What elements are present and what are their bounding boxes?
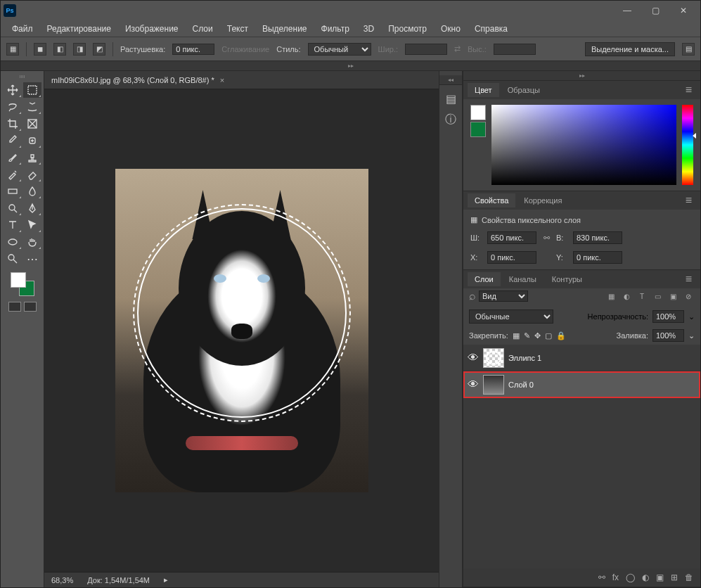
tab-close-icon[interactable]: × bbox=[220, 76, 224, 84]
menu-image[interactable]: Изображение bbox=[120, 23, 184, 35]
filter-pixel-icon[interactable]: ▦ bbox=[605, 290, 617, 302]
tab-properties[interactable]: Свойства bbox=[468, 193, 515, 207]
history-panel-icon[interactable]: ▤ bbox=[443, 91, 458, 106]
lasso-tool[interactable] bbox=[4, 99, 22, 115]
tab-color[interactable]: Цвет bbox=[468, 83, 499, 97]
lock-pixels-icon[interactable]: ✎ bbox=[524, 331, 530, 340]
toolbox-grip[interactable] bbox=[12, 75, 33, 79]
height-input[interactable] bbox=[573, 231, 622, 244]
options-menu-icon[interactable]: ▤ bbox=[682, 43, 695, 56]
lock-all-icon[interactable]: 🔒 bbox=[556, 331, 566, 340]
layer-name[interactable]: Слой 0 bbox=[508, 381, 534, 389]
menu-help[interactable]: Справка bbox=[469, 23, 513, 35]
blur-tool[interactable] bbox=[23, 184, 41, 199]
panel-menu-icon[interactable]: ≡ bbox=[681, 273, 696, 286]
tab-paths[interactable]: Контуры bbox=[545, 272, 589, 286]
stamp-tool[interactable] bbox=[23, 150, 41, 165]
layer-filter-type[interactable]: Вид bbox=[479, 290, 528, 302]
panel-menu-icon[interactable]: ≡ bbox=[681, 194, 696, 207]
close-button[interactable]: ✕ bbox=[669, 3, 697, 18]
marquee-tool[interactable] bbox=[23, 82, 41, 98]
fg-bg-colors[interactable] bbox=[11, 272, 34, 296]
style-select[interactable]: Обычный bbox=[308, 43, 371, 56]
menu-file[interactable]: Файл bbox=[6, 23, 39, 35]
maximize-button[interactable]: ▢ bbox=[641, 3, 669, 18]
layer-row[interactable]: 👁 Слой 0 bbox=[463, 371, 700, 398]
menu-text[interactable]: Текст bbox=[221, 23, 254, 35]
filter-shape-icon[interactable]: ▭ bbox=[651, 290, 664, 302]
gradient-tool[interactable] bbox=[4, 184, 22, 199]
fg-color-swatch[interactable] bbox=[11, 272, 26, 288]
crop-tool[interactable] bbox=[4, 116, 22, 132]
history-brush-tool[interactable] bbox=[4, 167, 22, 182]
menu-select[interactable]: Выделение bbox=[257, 23, 313, 35]
hue-slider[interactable] bbox=[682, 105, 693, 185]
lock-transparency-icon[interactable]: ▦ bbox=[513, 331, 520, 340]
hand-tool[interactable] bbox=[23, 234, 41, 250]
type-tool[interactable] bbox=[4, 217, 22, 233]
minimize-button[interactable]: — bbox=[613, 3, 641, 18]
sel-subtract-icon[interactable]: ◨ bbox=[73, 43, 86, 56]
menu-view[interactable]: Просмотр bbox=[382, 23, 432, 35]
tab-swatches[interactable]: Образцы bbox=[501, 83, 547, 97]
menu-filter[interactable]: Фильтр bbox=[316, 23, 355, 35]
quick-select-tool[interactable] bbox=[23, 99, 41, 115]
filter-type-icon[interactable]: T bbox=[636, 290, 648, 302]
zoom-tool[interactable] bbox=[4, 251, 22, 267]
lock-artboard-icon[interactable]: ▢ bbox=[545, 331, 552, 340]
x-input[interactable] bbox=[487, 251, 536, 264]
panels-collapse[interactable]: ▸▸ bbox=[463, 71, 700, 81]
layer-row[interactable]: 👁 Эллипс 1 bbox=[463, 345, 700, 371]
document-tab[interactable]: mIh09iC8x6U.jpg @ 68,3% (Слой 0, RGB/8#)… bbox=[44, 71, 439, 89]
layer-thumbnail[interactable] bbox=[483, 375, 504, 395]
layer-fx-icon[interactable]: fx bbox=[612, 573, 619, 582]
eyedropper-tool[interactable] bbox=[4, 133, 22, 148]
sel-intersect-icon[interactable]: ◩ bbox=[93, 43, 105, 56]
filter-smart-icon[interactable]: ▣ bbox=[667, 290, 679, 302]
visibility-icon[interactable]: 👁 bbox=[468, 378, 479, 391]
select-and-mask-button[interactable]: Выделение и маска... bbox=[585, 42, 675, 56]
fill-chevron-icon[interactable]: ⌄ bbox=[688, 331, 695, 340]
menu-layers[interactable]: Слои bbox=[187, 23, 219, 35]
brush-tool[interactable] bbox=[4, 150, 22, 165]
feather-input[interactable] bbox=[172, 44, 214, 55]
delete-layer-icon[interactable]: 🗑 bbox=[685, 573, 693, 582]
panel-menu-icon[interactable]: ≡ bbox=[681, 84, 696, 96]
link-wh-icon[interactable]: ⚯ bbox=[541, 232, 552, 243]
opacity-chevron-icon[interactable]: ⌄ bbox=[688, 312, 695, 321]
sel-new-icon[interactable]: ◼ bbox=[34, 43, 46, 56]
new-layer-icon[interactable]: ⊞ bbox=[671, 573, 678, 582]
heal-tool[interactable] bbox=[23, 133, 41, 148]
strip-expand[interactable]: ◂◂ bbox=[439, 75, 462, 85]
collapse-strip-top[interactable]: ▸▸ bbox=[1, 61, 700, 71]
zoom-level[interactable]: 68,3% bbox=[51, 576, 73, 584]
layer-thumbnail[interactable] bbox=[483, 348, 504, 368]
canvas-viewport[interactable] bbox=[44, 89, 439, 572]
lock-position-icon[interactable]: ✥ bbox=[534, 331, 541, 340]
blend-mode-select[interactable]: Обычные bbox=[469, 309, 553, 324]
fg-mini-swatch[interactable] bbox=[470, 105, 486, 120]
menu-3d[interactable]: 3D bbox=[358, 23, 380, 35]
filter-adjust-icon[interactable]: ◐ bbox=[620, 290, 633, 302]
y-input[interactable] bbox=[573, 251, 622, 264]
color-field[interactable] bbox=[491, 105, 676, 185]
edit-toolbar[interactable]: ⋯ bbox=[23, 251, 41, 267]
sel-add-icon[interactable]: ◧ bbox=[53, 43, 66, 56]
quick-mask-icon[interactable] bbox=[8, 302, 21, 312]
info-panel-icon[interactable]: ⓘ bbox=[443, 112, 458, 127]
move-tool[interactable] bbox=[4, 82, 22, 98]
frame-tool[interactable] bbox=[23, 116, 41, 132]
bg-mini-swatch[interactable] bbox=[470, 122, 486, 137]
opacity-input[interactable] bbox=[652, 310, 684, 323]
layer-name[interactable]: Эллипс 1 bbox=[508, 354, 541, 362]
add-mask-icon[interactable]: ◯ bbox=[626, 573, 635, 582]
screen-mode-icon[interactable] bbox=[24, 302, 37, 312]
eraser-tool[interactable] bbox=[23, 167, 41, 182]
width-input[interactable] bbox=[487, 231, 536, 244]
visibility-icon[interactable]: 👁 bbox=[468, 352, 479, 364]
pen-tool[interactable] bbox=[23, 200, 41, 216]
new-group-icon[interactable]: ▣ bbox=[656, 573, 664, 582]
menu-edit[interactable]: Редактирование bbox=[41, 23, 117, 35]
filter-toggle-icon[interactable]: ⊘ bbox=[682, 290, 695, 302]
tab-layers[interactable]: Слои bbox=[468, 272, 501, 286]
